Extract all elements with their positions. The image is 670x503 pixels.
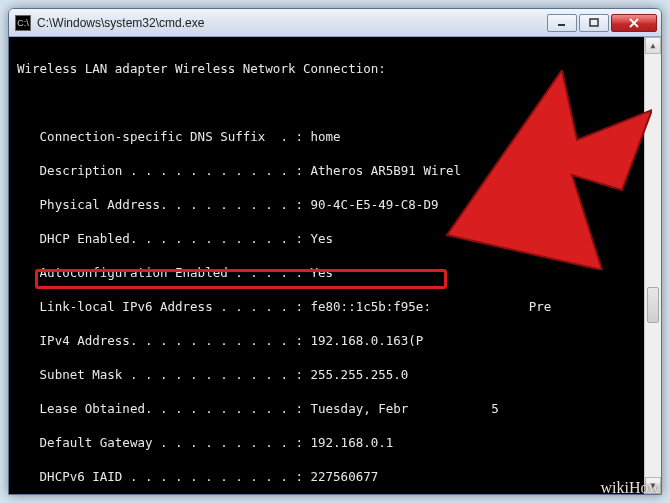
scroll-thumb[interactable] bbox=[647, 287, 659, 323]
output-line: IPv4 Address. . . . . . . . . . . : 192.… bbox=[17, 332, 653, 349]
minimize-button[interactable] bbox=[547, 14, 577, 32]
cmd-icon: C:\ bbox=[15, 15, 31, 31]
output-line: DHCPv6 IAID . . . . . . . . . . . : 2275… bbox=[17, 468, 653, 485]
watermark: wikiHow bbox=[600, 479, 660, 497]
scroll-track[interactable] bbox=[645, 54, 661, 477]
output-line: DHCP Enabled. . . . . . . . . . . : Yes bbox=[17, 230, 653, 247]
window-title: C:\Windows\system32\cmd.exe bbox=[37, 16, 545, 30]
maximize-button[interactable] bbox=[579, 14, 609, 32]
output-line: Description . . . . . . . . . . . : Athe… bbox=[17, 162, 653, 179]
section-header: Wireless LAN adapter Wireless Network Co… bbox=[17, 60, 653, 77]
titlebar[interactable]: C:\ C:\Windows\system32\cmd.exe bbox=[9, 9, 661, 37]
output-line: Physical Address. . . . . . . . . : 90-4… bbox=[17, 196, 653, 213]
output-line: Lease Obtained. . . . . . . . . . : Tues… bbox=[17, 400, 653, 417]
cmd-window: C:\ C:\Windows\system32\cmd.exe Wireless… bbox=[8, 8, 662, 495]
output-line: Connection-specific DNS Suffix . : home bbox=[17, 128, 653, 145]
close-button[interactable] bbox=[611, 14, 657, 32]
output-line: Link-local IPv6 Address . . . . . : fe80… bbox=[17, 298, 653, 315]
console-output: Wireless LAN adapter Wireless Network Co… bbox=[9, 37, 661, 494]
output-line: Autoconfiguration Enabled . . . . : Yes bbox=[17, 264, 653, 281]
svg-rect-1 bbox=[590, 19, 598, 26]
vertical-scrollbar[interactable]: ▲ ▼ bbox=[644, 37, 661, 494]
output-line: Subnet Mask . . . . . . . . . . . : 255.… bbox=[17, 366, 653, 383]
default-gateway-line: Default Gateway . . . . . . . . . : 192.… bbox=[17, 434, 653, 451]
window-controls bbox=[545, 14, 657, 32]
scroll-up-button[interactable]: ▲ bbox=[645, 37, 661, 54]
